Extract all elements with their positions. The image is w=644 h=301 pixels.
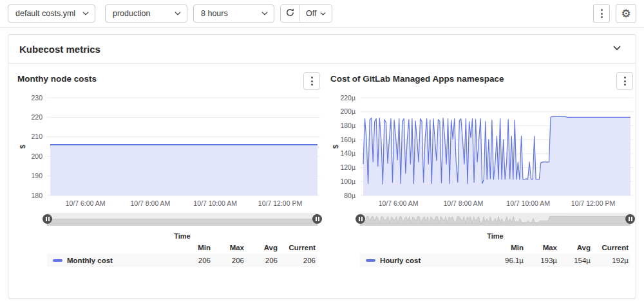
kubecost-metrics-panel: Kubecost metrics Monthy node costs 23022… <box>8 34 636 299</box>
environment-select-value: production <box>113 9 150 18</box>
chart-plot-area: 220µ200µ180µ160µ140µ120µ100µ80µ10/7 6:00… <box>330 93 633 210</box>
svg-text:10/7 10:00 AM: 10/7 10:00 AM <box>193 199 237 207</box>
series-name: Monthly cost <box>47 257 177 264</box>
x-axis-title: Time <box>47 232 317 240</box>
brush-handle-left[interactable] <box>355 214 365 224</box>
svg-text:220µ: 220µ <box>340 94 355 102</box>
svg-text:10/7 6:00 AM: 10/7 6:00 AM <box>66 199 106 207</box>
chart-menu-button[interactable] <box>616 72 633 90</box>
legend-value: 206 <box>177 257 211 264</box>
kebab-icon <box>624 77 626 86</box>
legend-header: Min <box>177 244 211 251</box>
chart-legend: MinMaxAvgCurrentHourly cost96.1µ193µ154µ… <box>360 241 630 267</box>
refresh-control-group: Off <box>280 5 332 23</box>
svg-text:180: 180 <box>31 192 43 199</box>
brush-handle-left[interactable] <box>43 214 52 224</box>
svg-text:10/7 8:00 AM: 10/7 8:00 AM <box>443 199 483 207</box>
legend-value: 193µ <box>524 257 557 264</box>
chevron-down-icon <box>320 9 326 18</box>
chart-plot-area: 23022021020019018010/7 6:00 AM10/7 8:00 … <box>17 93 320 210</box>
dashboard-select[interactable]: default costs.yml <box>8 5 95 23</box>
legend-value: 96.1µ <box>490 257 524 264</box>
svg-text:200µ: 200µ <box>340 107 355 115</box>
svg-text:140µ: 140µ <box>340 149 355 157</box>
brush-handle-right[interactable] <box>312 214 322 224</box>
chevron-down-icon <box>612 44 621 54</box>
dashboard-settings-button[interactable]: ⚙ <box>616 4 636 23</box>
legend-value: 206 <box>211 257 244 264</box>
legend-row[interactable]: Hourly cost96.1µ193µ154µ192µ <box>360 254 630 267</box>
svg-text:10/7 6:00 AM: 10/7 6:00 AM <box>379 199 419 207</box>
panel-title: Kubecost metrics <box>19 44 100 55</box>
legend-header-row: MinMaxAvgCurrent <box>360 241 630 254</box>
environment-select[interactable]: production <box>105 5 187 23</box>
svg-text:200: 200 <box>31 152 43 160</box>
svg-text:10/7 12:00 PM: 10/7 12:00 PM <box>571 199 615 207</box>
kebab-icon <box>601 9 603 18</box>
time-range-brush[interactable] <box>360 213 630 226</box>
legend-value: 154µ <box>557 257 591 264</box>
chart-menu-button[interactable] <box>303 72 320 90</box>
dashboard-select-value: default costs.yml <box>15 9 75 18</box>
legend-header: Avg <box>557 244 591 251</box>
svg-text:220: 220 <box>31 113 43 121</box>
x-axis-title: Time <box>360 232 630 240</box>
svg-text:$: $ <box>19 145 26 149</box>
legend-value: 206 <box>244 257 278 264</box>
svg-text:190: 190 <box>31 172 43 179</box>
auto-refresh-interval-value: Off <box>306 9 316 18</box>
legend-header: Avg <box>244 244 278 251</box>
svg-text:160µ: 160µ <box>340 136 355 143</box>
svg-text:10/7 12:00 PM: 10/7 12:00 PM <box>258 199 302 207</box>
time-range-brush[interactable] <box>47 213 317 226</box>
series-color-swatch <box>366 259 375 262</box>
svg-text:230: 230 <box>31 94 43 102</box>
legend-value: 192µ <box>591 257 630 264</box>
chart-title: Cost of GitLab Managed Apps namespace <box>330 72 504 84</box>
chart-title: Monthy node costs <box>17 72 97 84</box>
refresh-icon <box>285 8 295 19</box>
toolbar-divider <box>0 27 644 28</box>
legend-header-row: MinMaxAvgCurrent <box>47 241 317 254</box>
panel-header[interactable]: Kubecost metrics <box>8 35 636 64</box>
chart-monthly-node-costs: Monthy node costs 23022021020019018010/7… <box>17 72 320 267</box>
svg-text:10/7 10:00 AM: 10/7 10:00 AM <box>506 199 550 207</box>
legend-header: Max <box>524 244 557 251</box>
time-range-select[interactable]: 8 hours <box>193 5 274 23</box>
svg-text:$: $ <box>332 145 339 149</box>
chevron-down-icon <box>175 11 181 16</box>
series-name: Hourly cost <box>360 257 490 264</box>
chevron-down-icon <box>82 11 89 16</box>
chart-managed-apps-cost: Cost of GitLab Managed Apps namespace 22… <box>330 72 633 267</box>
svg-text:120µ: 120µ <box>340 163 355 171</box>
legend-header: Min <box>490 244 524 251</box>
collapse-panel-button[interactable] <box>610 42 624 57</box>
svg-text:10/7 8:00 AM: 10/7 8:00 AM <box>130 199 170 207</box>
auto-refresh-interval-select[interactable]: Off <box>300 5 332 22</box>
legend-row[interactable]: Monthly cost206206206206 <box>47 254 317 267</box>
svg-text:210: 210 <box>31 132 43 140</box>
svg-text:180µ: 180µ <box>340 122 355 129</box>
svg-text:100µ: 100µ <box>340 178 355 185</box>
legend-value: 206 <box>278 257 317 264</box>
dashboard-actions-menu-button[interactable] <box>593 4 610 23</box>
chevron-down-icon <box>261 11 268 16</box>
kebab-icon <box>311 77 313 86</box>
time-range-select-value: 8 hours <box>201 9 228 18</box>
dashboard-toolbar: default costs.yml production 8 hours Off <box>0 0 644 27</box>
charts-row: Monthy node costs 23022021020019018010/7… <box>8 64 636 267</box>
chart-legend: MinMaxAvgCurrentMonthly cost206206206206 <box>47 241 317 267</box>
legend-header: Max <box>211 244 244 251</box>
legend-header: Current <box>591 244 630 251</box>
refresh-button[interactable] <box>281 5 300 22</box>
brush-handle-right[interactable] <box>625 214 635 224</box>
svg-text:80µ: 80µ <box>344 192 355 199</box>
series-color-swatch <box>53 259 62 262</box>
legend-header: Current <box>278 244 317 251</box>
gear-icon: ⚙ <box>621 8 630 19</box>
